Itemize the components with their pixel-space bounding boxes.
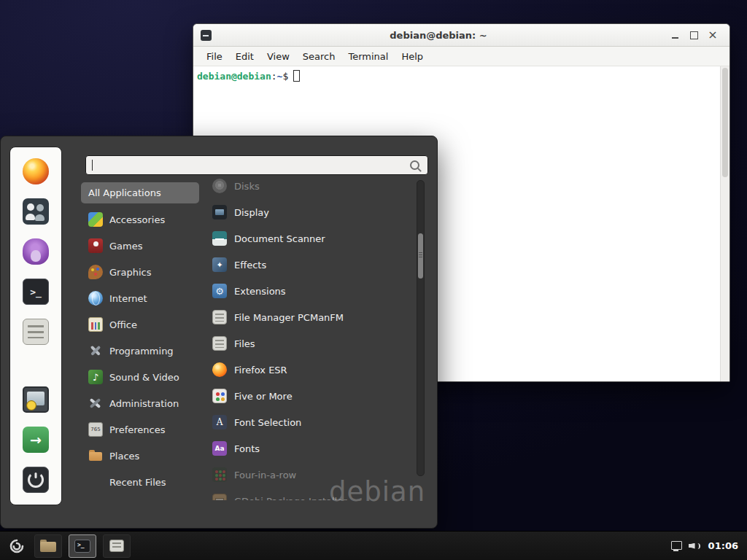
- logout-icon[interactable]: [23, 427, 49, 453]
- application-menu: debian All Applications Accessories: [0, 136, 438, 529]
- menu-button[interactable]: [6, 535, 28, 557]
- network-icon[interactable]: [670, 540, 682, 551]
- terminal-scrollbar-thumb[interactable]: [722, 68, 728, 177]
- app-label: Files: [234, 338, 255, 349]
- fonts-icon: [212, 441, 227, 456]
- debian-swirl-icon: [7, 537, 26, 556]
- app-extensions[interactable]: Extensions: [208, 278, 414, 304]
- category-games[interactable]: Games: [81, 233, 199, 259]
- app-label: Five or More: [234, 391, 293, 402]
- category-preferences[interactable]: Preferences: [81, 416, 199, 443]
- files-icon: [109, 540, 124, 552]
- terminal-scrollbar[interactable]: [720, 66, 729, 381]
- pidgin-icon[interactable]: [23, 238, 49, 265]
- app-label: File Manager PCManFM: [234, 312, 344, 323]
- category-label: Graphics: [109, 267, 151, 278]
- volume-icon[interactable]: [689, 541, 700, 551]
- category-label: Preferences: [109, 424, 165, 435]
- taskbar-terminal-button[interactable]: [69, 534, 96, 558]
- search-box[interactable]: [85, 155, 428, 175]
- app-label: Four-in-a-row: [234, 470, 296, 481]
- app-label: Font Selection: [234, 417, 301, 428]
- search-input[interactable]: [93, 156, 410, 174]
- category-label: Games: [109, 241, 142, 252]
- terminal-title: debian@debian: ~: [212, 30, 665, 41]
- screensaver-icon[interactable]: [23, 386, 49, 413]
- shutdown-icon[interactable]: [23, 467, 49, 493]
- category-label: Office: [109, 319, 137, 330]
- category-label: Programming: [109, 346, 174, 357]
- app-files[interactable]: Files: [208, 330, 414, 357]
- app-document-scanner[interactable]: Document Scanner: [208, 225, 414, 252]
- clock[interactable]: 01:06: [708, 540, 738, 551]
- folder-icon: [40, 540, 56, 552]
- menu-view[interactable]: View: [260, 49, 296, 64]
- category-label: Recent Files: [109, 477, 166, 488]
- app-label: Display: [234, 207, 269, 218]
- app-four-in-a-row[interactable]: Four-in-a-row: [208, 462, 414, 488]
- category-sound-video[interactable]: Sound & Video: [81, 364, 199, 390]
- category-label: Internet: [109, 293, 147, 304]
- app-label: GDebi Package Installer: [234, 496, 347, 501]
- prompt-symbol: $: [282, 71, 288, 82]
- taskbar-file-manager-button[interactable]: [34, 534, 62, 558]
- app-disks[interactable]: Disks: [208, 178, 414, 199]
- office-icon: [88, 317, 103, 332]
- app-display[interactable]: Display: [208, 199, 414, 225]
- places-icon: [88, 448, 103, 463]
- app-fonts[interactable]: Fonts: [208, 435, 414, 462]
- document-scanner-icon: [212, 231, 227, 246]
- category-label: Sound & Video: [109, 372, 179, 383]
- menu-scrollbar[interactable]: [417, 180, 425, 476]
- four-in-a-row-icon: [212, 467, 227, 482]
- maximize-button[interactable]: [684, 27, 703, 43]
- terminal-titlebar[interactable]: debian@debian: ~: [193, 24, 729, 47]
- terminal-icon[interactable]: [23, 279, 49, 305]
- app-file-manager-pcmanfm[interactable]: File Manager PCManFM: [208, 304, 414, 330]
- app-gdebi-package-installer[interactable]: GDebi Package Installer: [208, 488, 414, 500]
- file-manager-icon[interactable]: [23, 319, 49, 345]
- app-font-selection[interactable]: Font Selection: [208, 409, 414, 435]
- menu-help[interactable]: Help: [395, 49, 430, 64]
- programming-icon: [88, 343, 103, 358]
- category-internet[interactable]: Internet: [81, 285, 199, 311]
- terminal-icon: [74, 540, 90, 553]
- app-firefox-esr[interactable]: Firefox ESR: [208, 357, 414, 383]
- category-all-applications[interactable]: All Applications: [81, 182, 199, 203]
- app-label: Disks: [234, 181, 260, 192]
- display-icon: [212, 205, 227, 219]
- category-administration[interactable]: Administration: [81, 390, 199, 416]
- taskbar-files-button[interactable]: [103, 534, 131, 558]
- app-five-or-more[interactable]: Five or More: [208, 383, 414, 409]
- graphics-icon: [88, 265, 103, 279]
- accessories-icon: [88, 212, 103, 227]
- category-places[interactable]: Places: [81, 443, 199, 469]
- administration-icon: [88, 396, 103, 411]
- favorites-column: [9, 147, 62, 505]
- gdebi-icon: [212, 494, 227, 500]
- menu-edit[interactable]: Edit: [229, 49, 260, 64]
- category-label: Accessories: [109, 214, 165, 225]
- menu-file[interactable]: File: [200, 49, 229, 64]
- menu-search[interactable]: Search: [296, 49, 342, 64]
- terminal-menubar: File Edit View Search Terminal Help: [193, 47, 729, 66]
- terminal-app-icon: [201, 30, 212, 41]
- firefox-icon: [212, 362, 227, 377]
- application-list: Disks Display Document Scanner Effects E…: [208, 178, 414, 500]
- category-graphics[interactable]: Graphics: [81, 259, 199, 285]
- category-office[interactable]: Office: [81, 311, 199, 338]
- disks-icon: [212, 179, 227, 193]
- file-manager-icon: [212, 310, 227, 324]
- minimize-button[interactable]: [665, 27, 684, 43]
- category-accessories[interactable]: Accessories: [81, 206, 199, 233]
- app-effects[interactable]: Effects: [208, 252, 414, 278]
- files-icon: [212, 336, 227, 351]
- menu-terminal[interactable]: Terminal: [341, 49, 395, 64]
- category-programming[interactable]: Programming: [81, 338, 199, 364]
- application-list-scroll: Disks Display Document Scanner Effects E…: [208, 178, 414, 500]
- category-recent-files[interactable]: Recent Files: [81, 469, 199, 495]
- firefox-icon[interactable]: [23, 158, 49, 184]
- users-icon[interactable]: [23, 198, 49, 225]
- close-button[interactable]: [703, 27, 722, 43]
- menu-scrollbar-thumb[interactable]: [418, 233, 423, 279]
